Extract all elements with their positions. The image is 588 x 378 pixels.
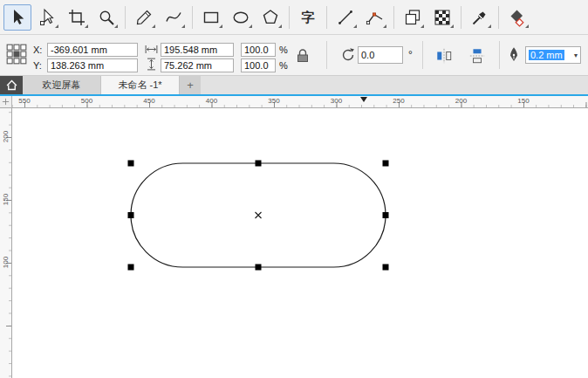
flyout-arrow-icon — [278, 24, 282, 28]
selection-handle[interactable] — [256, 265, 262, 271]
bspline-tool-button[interactable] — [160, 4, 188, 31]
percent-label: % — [279, 45, 288, 55]
zoom-magnifier-icon — [97, 8, 116, 27]
selection-handle[interactable] — [128, 265, 134, 271]
new-document-tab-button[interactable]: + — [180, 76, 201, 94]
hruler-label: 150 — [517, 97, 529, 105]
zoom-tool-button[interactable] — [92, 4, 120, 31]
toolbox: 字 — [0, 0, 588, 35]
ellipse-icon — [231, 8, 250, 27]
vruler-label: 200 — [2, 128, 10, 146]
drawing-canvas[interactable] — [12, 108, 588, 378]
mirror-horizontal-button[interactable] — [434, 46, 454, 65]
freehand-pencil-icon — [134, 8, 154, 27]
hruler-label: 450 — [143, 97, 154, 105]
hruler-label: 500 — [81, 97, 92, 105]
mirror-horizontal-icon — [435, 47, 453, 65]
curve-squiggle-icon — [164, 8, 183, 27]
selection-handle[interactable] — [128, 161, 134, 167]
eyedropper-icon — [470, 8, 489, 27]
selection-handle[interactable] — [128, 212, 134, 218]
hruler-label: 300 — [331, 97, 342, 105]
home-button[interactable] — [0, 76, 23, 94]
pick-arrow-icon — [8, 8, 27, 27]
ruler-origin-icon — [2, 98, 10, 106]
object-height-input[interactable] — [161, 58, 234, 72]
vertical-ruler[interactable]: 200150100 — [0, 108, 12, 378]
object-width-input[interactable] — [161, 43, 234, 57]
origin-grid-icon[interactable] — [5, 43, 28, 65]
app-window: 字 — [0, 0, 588, 378]
degree-symbol-label: ° — [408, 49, 413, 61]
flyout-arrow-icon — [85, 24, 88, 28]
line-tool-button[interactable] — [332, 4, 359, 31]
outline-width-combobox[interactable]: 0.2 mm ▾ — [525, 46, 581, 64]
selection-handle[interactable] — [383, 265, 389, 271]
ruler-origin-corner[interactable] — [0, 96, 12, 108]
flyout-arrow-icon — [383, 24, 386, 28]
outline-pen-icon — [508, 46, 520, 62]
vruler-label: 100 — [2, 254, 10, 271]
selection-handle[interactable] — [256, 161, 262, 167]
propbar-separator — [499, 41, 500, 69]
transparency-tool-button[interactable] — [428, 4, 456, 31]
interactive-fill-icon — [508, 8, 527, 27]
flyout-arrow-icon — [114, 24, 118, 28]
overlapping-squares-icon — [403, 8, 422, 27]
tab-welcome-screen[interactable]: 欢迎屏幕 — [23, 76, 101, 94]
flyout-arrow-icon — [353, 24, 357, 28]
toolbar-separator — [498, 6, 499, 29]
tab-untitled-document[interactable]: 未命名 -1* — [101, 76, 180, 94]
selection-handle[interactable] — [383, 212, 389, 218]
rotation-angle-input[interactable] — [358, 46, 403, 64]
outline-width-value: 0.2 mm — [529, 50, 564, 60]
flyout-arrow-icon — [450, 24, 454, 28]
propbar-separator — [326, 41, 327, 69]
crop-icon — [67, 8, 86, 27]
hruler-label: 400 — [206, 97, 217, 105]
percent-label: % — [279, 60, 288, 71]
toolbar-separator — [326, 6, 327, 29]
polyline-tool-button[interactable] — [361, 4, 389, 31]
eyedropper-tool-button[interactable] — [466, 4, 494, 31]
mirror-vertical-icon — [468, 47, 486, 65]
scale-x-input[interactable] — [241, 43, 276, 57]
chevron-down-icon: ▾ — [574, 52, 578, 59]
text-tool-button[interactable]: 字 — [294, 4, 322, 31]
vruler-label: 150 — [2, 191, 10, 209]
hruler-label: 350 — [268, 97, 279, 105]
duplicate-tool-button[interactable] — [399, 4, 427, 31]
polygon-tool-button[interactable] — [256, 4, 284, 31]
shape-tool-icon — [38, 8, 57, 27]
flyout-arrow-icon — [181, 24, 185, 28]
flyout-arrow-icon — [152, 24, 155, 28]
freehand-tool-button[interactable] — [130, 4, 158, 31]
rectangle-tool-button[interactable] — [197, 4, 225, 31]
flyout-arrow-icon — [249, 24, 252, 28]
flyout-arrow-icon — [420, 24, 424, 28]
y-position-input[interactable] — [47, 58, 138, 72]
height-icon — [147, 58, 156, 71]
selection-handle[interactable] — [383, 161, 389, 167]
toolbar-separator — [393, 6, 394, 29]
straight-line-icon — [336, 8, 355, 27]
propbar-separator — [422, 41, 423, 69]
pick-tool-button[interactable] — [3, 4, 31, 31]
fill-tool-button[interactable] — [503, 4, 531, 31]
flyout-arrow-icon — [525, 24, 529, 28]
horizontal-ruler[interactable]: 550500450400350300250200150 — [0, 96, 588, 108]
crop-tool-button[interactable] — [63, 4, 91, 31]
flyout-arrow-icon — [488, 24, 491, 28]
ruler-cursor-marker-icon — [360, 97, 367, 102]
mirror-vertical-button[interactable] — [468, 46, 487, 65]
shape-tool-button[interactable] — [33, 4, 61, 31]
lock-ratio-button[interactable] — [293, 46, 312, 65]
ellipse-tool-button[interactable] — [227, 4, 255, 31]
x-position-label: X: — [33, 45, 42, 55]
hruler-label: 200 — [455, 97, 467, 105]
rotate-icon — [340, 47, 356, 63]
home-icon — [5, 79, 18, 92]
scale-y-input[interactable] — [241, 58, 276, 72]
x-position-input[interactable] — [47, 43, 138, 57]
lock-ratio-icon — [295, 48, 311, 64]
